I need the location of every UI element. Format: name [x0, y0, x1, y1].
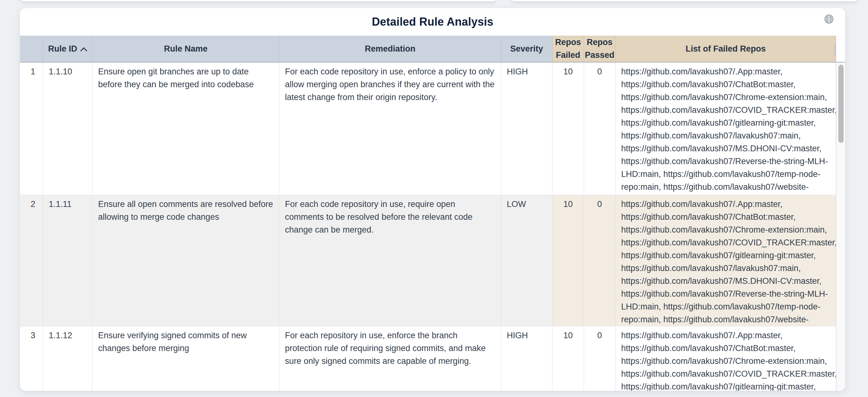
cell-repos-passed: 0: [584, 326, 616, 391]
vertical-scrollbar[interactable]: [836, 63, 845, 391]
cell-remediation: For each code repository in use, enforce…: [279, 63, 501, 195]
cell-repos-failed: 10: [552, 63, 584, 195]
cell-repos-passed: 0: [584, 195, 616, 326]
cell-rule-id: 1.1.12: [43, 326, 92, 391]
table-header: Rule ID Rule Name Remediation Severity R…: [20, 36, 845, 63]
scrollbar-thumb[interactable]: [838, 65, 844, 143]
cell-repos-passed: 0: [584, 63, 616, 195]
table-row: 1 1.1.10 Ensure open git branches are up…: [20, 63, 845, 195]
top-card-left: [21, 0, 496, 1]
header-mini-scrollbar: [834, 43, 836, 55]
cell-rule-name: Ensure all open comments are resolved be…: [92, 195, 279, 326]
rule-analysis-card: Detailed Rule Analysis Rule ID: [20, 8, 845, 391]
table-row: 3 1.1.12 Ensure verifying signed commits…: [20, 326, 845, 391]
cell-repos-failed: 10: [552, 195, 584, 326]
header-scrollbar-gutter: [836, 36, 845, 62]
cell-severity: HIGH: [501, 326, 552, 391]
cell-remediation: For each code repository in use, require…: [279, 195, 501, 326]
cell-index: 2: [20, 195, 43, 326]
cell-severity: HIGH: [501, 63, 552, 195]
header-cell-severity: Severity: [501, 36, 552, 62]
cell-index: 3: [20, 326, 43, 391]
card-header: Detailed Rule Analysis: [20, 8, 845, 36]
cell-rule-id: 1.1.10: [43, 63, 92, 195]
cell-rule-name: Ensure verifying signed commits of new c…: [92, 326, 279, 391]
header-cell-index: [20, 36, 43, 62]
globe-icon[interactable]: [824, 14, 834, 24]
cell-failed-repos: https://github.com/lavakush07/.App:maste…: [616, 195, 836, 326]
table-body: 1 1.1.10 Ensure open git branches are up…: [20, 63, 845, 391]
cell-index: 1: [20, 63, 43, 195]
cell-failed-repos: https://github.com/lavakush07/.App:maste…: [616, 326, 836, 391]
header-cell-repos-failed: Repos Failed: [552, 36, 584, 62]
top-card-right: [512, 0, 858, 1]
page: Detailed Rule Analysis Rule ID: [0, 0, 868, 397]
cell-rule-name: Ensure open git branches are up to date …: [92, 63, 279, 195]
table-row: 2 1.1.11 Ensure all open comments are re…: [20, 195, 845, 326]
page-title: Detailed Rule Analysis: [372, 15, 493, 28]
header-cell-repos-passed: Repos Passed: [584, 36, 616, 62]
header-label-rule-id: Rule ID: [48, 42, 77, 55]
sort-ascending-icon[interactable]: [80, 42, 87, 55]
header-cell-failed-repos: List of Failed Repos: [616, 36, 836, 62]
header-cell-remediation: Remediation: [279, 36, 501, 62]
cell-remediation: For each repository in use, enforce the …: [279, 326, 501, 391]
cell-repos-failed: 10: [552, 326, 584, 391]
header-cell-rule-name: Rule Name: [92, 36, 279, 62]
header-cell-rule-id[interactable]: Rule ID: [43, 36, 92, 62]
cell-rule-id: 1.1.11: [43, 195, 92, 326]
cell-severity: LOW: [501, 195, 552, 326]
cell-failed-repos: https://github.com/lavakush07/.App:maste…: [616, 63, 836, 195]
